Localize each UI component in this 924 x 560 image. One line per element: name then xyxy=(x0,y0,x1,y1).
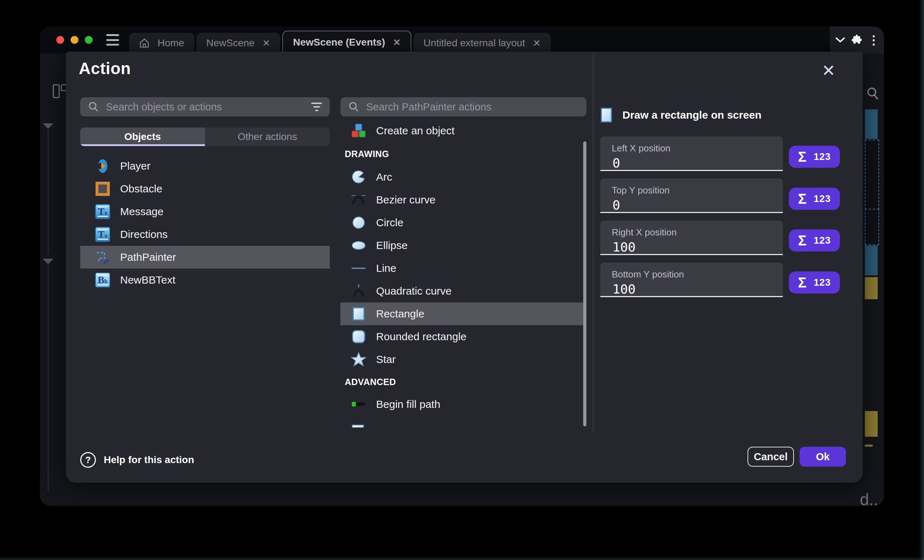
tab-close-icon[interactable]: ✕ xyxy=(533,38,541,49)
filter-icon[interactable] xyxy=(311,103,322,111)
expression-editor-button[interactable]: Σ 123 xyxy=(789,229,840,252)
left-x-position-input[interactable] xyxy=(612,155,770,171)
action-row-arc[interactable]: Arc xyxy=(340,166,586,189)
tab-objects[interactable]: Objects xyxy=(80,127,205,146)
object-type-tabs: Objects Other actions xyxy=(80,127,330,146)
action-row-star[interactable]: Star xyxy=(340,348,586,371)
field-bottom-y-position[interactable]: Bottom Y position xyxy=(600,262,783,297)
action-row-rectangle[interactable]: Rectangle xyxy=(340,302,586,325)
close-window-button[interactable] xyxy=(56,36,64,44)
player-icon xyxy=(94,158,111,174)
expression-editor-button[interactable]: Σ 123 xyxy=(789,146,840,168)
text-object-icon: Tx xyxy=(94,204,111,220)
dialog-close-icon[interactable]: ✕ xyxy=(822,62,836,79)
sigma-icon: Σ xyxy=(798,149,806,165)
cancel-button[interactable]: Cancel xyxy=(747,447,794,467)
event-block xyxy=(865,411,878,437)
objects-search[interactable] xyxy=(80,97,330,117)
panel-divider xyxy=(593,54,594,432)
actions-scrollbar[interactable] xyxy=(583,141,586,427)
field-label: Left X position xyxy=(600,136,783,154)
actions-search-input[interactable] xyxy=(365,101,579,113)
object-row-player[interactable]: Player xyxy=(80,154,330,177)
expression-editor-button[interactable]: Σ 123 xyxy=(789,271,840,293)
tab-close-icon[interactable]: ✕ xyxy=(262,38,270,49)
collapse-arrow-icon[interactable] xyxy=(43,259,54,264)
actions-search[interactable] xyxy=(340,97,586,117)
action-row-line[interactable]: Line xyxy=(340,257,586,280)
parameters-panel: Draw a rectangle on screen Left X positi… xyxy=(600,105,854,125)
minimize-window-button[interactable] xyxy=(70,36,78,44)
tab-label: Home xyxy=(158,37,184,49)
bottom-y-position-input[interactable] xyxy=(612,281,770,297)
top-y-position-input[interactable] xyxy=(612,198,770,213)
action-label: Circle xyxy=(376,217,404,229)
object-row-newbbtext[interactable]: Bb NewBBText xyxy=(80,269,330,291)
extensions-puzzle-icon[interactable] xyxy=(850,33,863,46)
event-block-selected xyxy=(865,140,879,210)
action-row-create-object[interactable]: Create an object xyxy=(340,119,586,142)
tab-other-actions[interactable]: Other actions xyxy=(205,127,330,146)
action-row-begin-fill-path[interactable]: Begin fill path xyxy=(340,393,586,416)
help-for-action-link[interactable]: ? Help for this action xyxy=(80,452,194,468)
action-row-bezier-curve[interactable]: Bezier curve xyxy=(340,189,586,211)
object-list: Player Obstacle Tx Message Tx Directions xyxy=(80,154,330,291)
object-row-directions[interactable]: Tx Directions xyxy=(80,223,330,246)
pathpainter-icon xyxy=(94,249,111,265)
desktop: Home NewScene ✕ NewScene (Events) ✕ Unti… xyxy=(0,0,924,560)
objects-panel: Objects Other actions Player xyxy=(80,97,330,291)
dialog-title: Action xyxy=(79,59,131,78)
object-label: Obstacle xyxy=(120,183,162,195)
event-block xyxy=(865,246,878,276)
action-label: Quadratic curve xyxy=(376,285,452,297)
action-row-clipped[interactable] xyxy=(340,416,586,427)
objects-search-input[interactable] xyxy=(105,101,305,113)
menu-icon[interactable] xyxy=(106,34,119,46)
right-x-position-input[interactable] xyxy=(612,240,770,255)
expression-editor-button[interactable]: Σ 123 xyxy=(789,188,840,210)
kebab-menu-icon[interactable]: ⋮ xyxy=(868,38,880,42)
tab-bar: Home NewScene ✕ NewScene (Events) ✕ Unti… xyxy=(129,26,551,54)
action-row-circle[interactable]: Circle xyxy=(340,211,586,234)
tab-home[interactable]: Home xyxy=(129,33,194,54)
panels-layout-icon[interactable] xyxy=(53,84,68,98)
object-row-pathpainter[interactable]: PathPainter xyxy=(80,246,330,269)
collapse-arrow-icon[interactable] xyxy=(43,123,54,129)
object-label: Player xyxy=(120,160,150,172)
maximize-window-button[interactable] xyxy=(85,36,93,44)
object-row-obstacle[interactable]: Obstacle xyxy=(80,177,330,200)
action-row-quadratic-curve[interactable]: Quadratic curve xyxy=(340,280,586,302)
section-header-advanced: ADVANCED xyxy=(340,371,586,393)
action-label: Rectangle xyxy=(376,308,424,320)
app-window: Home NewScene ✕ NewScene (Events) ✕ Unti… xyxy=(40,26,884,506)
ok-button[interactable]: Ok xyxy=(800,447,846,467)
object-row-message[interactable]: Tx Message xyxy=(80,200,330,223)
field-left-x-position[interactable]: Left X position xyxy=(600,136,783,171)
tree-guide-line xyxy=(48,265,48,492)
text-object-icon: Tx xyxy=(94,226,111,243)
field-label: Bottom Y position xyxy=(600,262,783,280)
chevron-down-icon[interactable] xyxy=(834,36,846,44)
circle-icon xyxy=(350,214,367,231)
bbtext-object-icon: Bb xyxy=(94,272,111,288)
tab-close-icon[interactable]: ✕ xyxy=(393,37,400,48)
tab-newscene-events[interactable]: NewScene (Events) ✕ xyxy=(282,31,411,54)
search-icon xyxy=(348,102,359,112)
tab-untitled-external-layout[interactable]: Untitled external layout ✕ xyxy=(414,33,551,54)
selected-action-header: Draw a rectangle on screen xyxy=(600,105,854,125)
events-search-icon[interactable] xyxy=(866,87,879,100)
tab-newscene[interactable]: NewScene ✕ xyxy=(196,33,280,54)
clipped-action-icon xyxy=(350,419,367,427)
field-top-y-position[interactable]: Top Y position xyxy=(600,178,783,213)
field-right-x-position[interactable]: Right X position xyxy=(600,220,783,255)
field-label: Top Y position xyxy=(600,178,783,196)
action-label: Bezier curve xyxy=(376,194,436,206)
action-row-rounded-rectangle[interactable]: Rounded rectangle xyxy=(340,325,586,348)
quadratic-curve-icon xyxy=(350,283,367,299)
selected-action-title: Draw a rectangle on screen xyxy=(622,109,762,121)
action-row-ellipse[interactable]: Ellipse xyxy=(340,234,586,257)
sigma-icon: Σ xyxy=(798,191,806,207)
search-icon xyxy=(88,102,99,112)
section-header-drawing: DRAWING xyxy=(340,142,586,166)
help-label: Help for this action xyxy=(104,454,194,466)
